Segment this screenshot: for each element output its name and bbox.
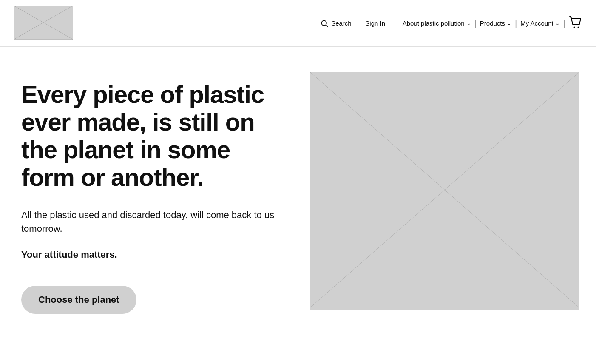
svg-point-3 [321,20,326,26]
search-icon [320,19,329,28]
svg-point-6 [578,26,579,28]
divider-2: | [474,18,477,28]
search-button[interactable]: Search [320,19,352,28]
chevron-down-icon-products: ⌄ [507,20,511,26]
site-header: Search Sign In About plastic pollution ⌄… [0,0,596,47]
svg-point-5 [574,26,575,28]
svg-line-4 [326,25,328,27]
hero-subtext: All the plastic used and discarded today… [21,208,285,236]
hero-section: Every piece of plastic ever made, is sti… [0,47,596,339]
chevron-down-icon-account: ⌄ [555,20,560,26]
nav-products-label: Products [480,20,505,27]
nav-right: Search Sign In About plastic pollution ⌄… [320,16,582,31]
divider-1 [355,18,362,28]
cart-icon-svg [569,16,582,29]
hero-tagline: Your attitude matters. [21,249,285,260]
divider-3: | [515,18,517,28]
divider-before-about [392,18,399,28]
logo[interactable] [14,6,73,41]
nav-my-account-label: My Account [520,20,553,27]
sign-in-button[interactable]: Sign In [365,20,385,27]
main-nav: Search Sign In About plastic pollution ⌄… [320,16,582,31]
hero-text-block: Every piece of plastic ever made, is sti… [21,72,285,314]
hero-image-placeholder [310,72,579,307]
cta-button[interactable]: Choose the planet [21,286,136,314]
hero-headline: Every piece of plastic ever made, is sti… [21,81,285,191]
nav-products[interactable]: Products ⌄ [480,20,511,27]
divider-4: | [563,18,565,28]
search-label: Search [331,20,352,27]
nav-about-label: About plastic pollution [403,20,465,27]
chevron-down-icon: ⌄ [466,20,471,26]
nav-my-account[interactable]: My Account ⌄ [520,20,560,27]
hero-image [310,72,579,310]
cart-button[interactable] [569,16,582,31]
nav-about[interactable]: About plastic pollution ⌄ [403,20,471,27]
